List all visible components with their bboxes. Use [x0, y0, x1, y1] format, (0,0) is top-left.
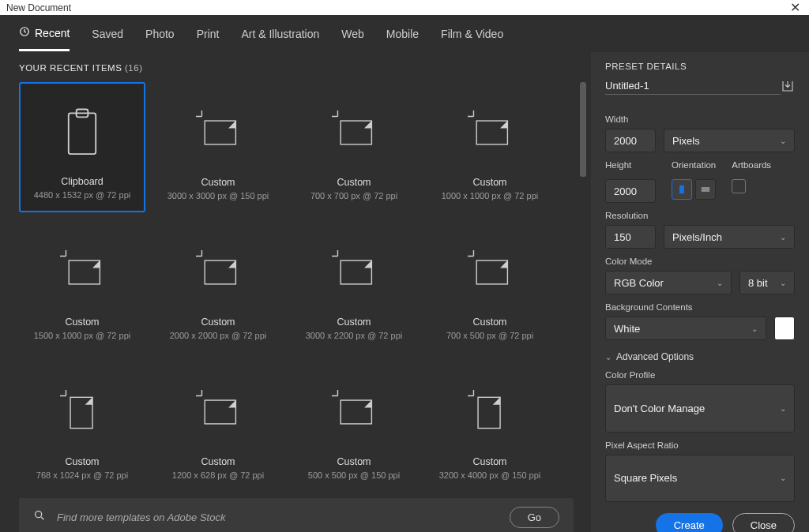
chevron-down-icon: ⌄ — [780, 233, 786, 242]
save-preset-icon[interactable] — [781, 79, 795, 96]
preset-card[interactable]: Clipboard4480 x 1532 px @ 72 ppi — [19, 82, 145, 212]
svg-point-14 — [36, 511, 42, 518]
orientation-landscape-button[interactable] — [695, 179, 716, 200]
tab-label: Print — [197, 28, 220, 40]
preset-icon — [332, 370, 376, 456]
height-label: Height — [605, 160, 656, 170]
svg-rect-4 — [341, 121, 371, 144]
tab-label: Art & Illustration — [241, 28, 319, 40]
scrollbar[interactable] — [580, 82, 586, 444]
preset-name: Custom — [65, 317, 99, 328]
artboards-label: Artboards — [732, 160, 771, 170]
preset-icon — [196, 91, 240, 177]
preset-card[interactable]: Custom500 x 500 px @ 150 ppi — [291, 362, 417, 492]
tab-photo[interactable]: Photo — [145, 26, 175, 51]
window-title: New Document — [6, 2, 71, 13]
preset-icon — [60, 230, 104, 317]
tab-film[interactable]: Film & Video — [441, 26, 503, 51]
preset-icon — [196, 370, 240, 456]
tab-label: Mobile — [386, 28, 419, 40]
artboards-checkbox[interactable] — [732, 179, 746, 193]
resolution-unit-dropdown[interactable]: Pixels/Inch ⌄ — [664, 225, 795, 249]
clock-icon — [19, 26, 30, 39]
recent-panel: YOUR RECENT ITEMS (16) Clipboard4480 x 1… — [0, 52, 591, 532]
search-input[interactable]: Find more templates on Adobe Stock — [57, 511, 499, 523]
tab-mobile[interactable]: Mobile — [386, 26, 419, 51]
preset-card[interactable]: Custom3200 x 4000 px @ 150 ppi — [427, 362, 553, 492]
svg-rect-1 — [69, 113, 96, 154]
preset-name: Custom — [201, 177, 235, 188]
recent-count: (16) — [125, 63, 142, 73]
preset-name: Clipboard — [61, 176, 103, 187]
tab-print[interactable]: Print — [197, 26, 220, 51]
tab-saved[interactable]: Saved — [92, 26, 123, 51]
tab-art[interactable]: Art & Illustration — [241, 26, 319, 51]
preset-icon — [62, 92, 103, 176]
bg-contents-label: Background Contents — [605, 302, 795, 312]
preset-icon — [196, 230, 240, 317]
tab-recent[interactable]: Recent — [19, 26, 70, 51]
preset-dims: 3000 x 2200 px @ 72 ppi — [306, 331, 402, 340]
preset-icon — [468, 370, 512, 456]
svg-rect-12 — [341, 400, 371, 424]
tab-web[interactable]: Web — [341, 26, 364, 51]
bg-color-swatch[interactable] — [774, 317, 795, 340]
dropdown-value: Pixels/Inch — [672, 231, 722, 243]
par-dropdown[interactable]: Square Pixels ⌄ — [605, 455, 795, 503]
color-depth-dropdown[interactable]: 8 bit ⌄ — [739, 271, 795, 294]
preset-tabs: Recent Saved Photo Print Art & Illustrat… — [0, 15, 809, 52]
chevron-down-icon: ⌄ — [605, 353, 611, 362]
height-input[interactable]: 2000 — [605, 179, 656, 203]
preset-card[interactable]: Custom2000 x 2000 px @ 72 ppi — [155, 222, 281, 352]
advanced-label: Advanced Options — [616, 351, 694, 362]
advanced-options-toggle[interactable]: ⌄ Advanced Options — [605, 351, 795, 362]
preset-card[interactable]: Custom768 x 1024 px @ 72 ppi — [19, 362, 145, 492]
preset-dims: 500 x 500 px @ 150 ppi — [308, 470, 400, 480]
preset-name: Custom — [65, 456, 99, 467]
tab-label: Film & Video — [441, 28, 503, 40]
tab-label: Web — [341, 28, 364, 40]
chevron-down-icon: ⌄ — [780, 279, 786, 287]
recent-heading: YOUR RECENT ITEMS (16) — [19, 63, 586, 73]
svg-point-18 — [702, 189, 704, 190]
scrollbar-thumb[interactable] — [580, 82, 586, 177]
create-button[interactable]: Create — [656, 513, 723, 532]
color-mode-dropdown[interactable]: RGB Color ⌄ — [605, 271, 732, 294]
preset-dims: 1500 x 1000 px @ 72 ppi — [34, 331, 130, 340]
width-input[interactable]: 2000 — [605, 129, 656, 152]
preset-card[interactable]: Custom700 x 700 px @ 72 ppi — [291, 82, 417, 212]
preset-name: Custom — [472, 456, 506, 467]
preset-card[interactable]: Custom700 x 500 px @ 72 ppi — [427, 222, 553, 352]
close-button[interactable]: Close — [732, 513, 795, 532]
preset-dims: 1000 x 1000 px @ 72 ppi — [442, 191, 538, 200]
tab-label: Photo — [145, 28, 175, 40]
document-name-input[interactable]: Untitled-1 — [605, 80, 781, 95]
svg-rect-6 — [69, 260, 100, 284]
preset-name: Custom — [472, 317, 506, 328]
go-button[interactable]: Go — [510, 507, 559, 528]
chevron-down-icon: ⌄ — [780, 474, 786, 482]
preset-dims: 700 x 700 px @ 72 ppi — [310, 191, 397, 200]
chevron-down-icon: ⌄ — [780, 404, 786, 413]
resolution-input[interactable]: 150 — [605, 225, 656, 249]
color-profile-dropdown[interactable]: Don't Color Manage ⌄ — [605, 384, 795, 433]
preset-card[interactable]: Custom1500 x 1000 px @ 72 ppi — [19, 222, 145, 352]
preset-name: Custom — [337, 177, 371, 188]
preset-dims: 700 x 500 px @ 72 ppi — [446, 331, 533, 340]
close-icon[interactable]: ✕ — [787, 0, 803, 15]
preset-name: Custom — [337, 456, 371, 467]
preset-card[interactable]: Custom1200 x 628 px @ 72 ppi — [155, 362, 281, 492]
preset-card[interactable]: Custom3000 x 3000 px @ 150 ppi — [155, 82, 281, 212]
orientation-portrait-button[interactable] — [672, 179, 692, 200]
dropdown-value: White — [614, 323, 640, 335]
preset-card[interactable]: Custom1000 x 1000 px @ 72 ppi — [427, 82, 553, 212]
search-icon — [33, 509, 46, 525]
preset-dims: 1200 x 628 px @ 72 ppi — [172, 470, 264, 480]
bg-contents-dropdown[interactable]: White ⌄ — [605, 317, 766, 340]
dropdown-value: 8 bit — [748, 277, 768, 289]
preset-card[interactable]: Custom3000 x 2200 px @ 72 ppi — [291, 222, 417, 352]
svg-rect-3 — [205, 121, 235, 144]
titlebar: New Document ✕ — [0, 0, 809, 15]
tab-label: Saved — [92, 28, 123, 40]
width-unit-dropdown[interactable]: Pixels ⌄ — [664, 129, 795, 152]
